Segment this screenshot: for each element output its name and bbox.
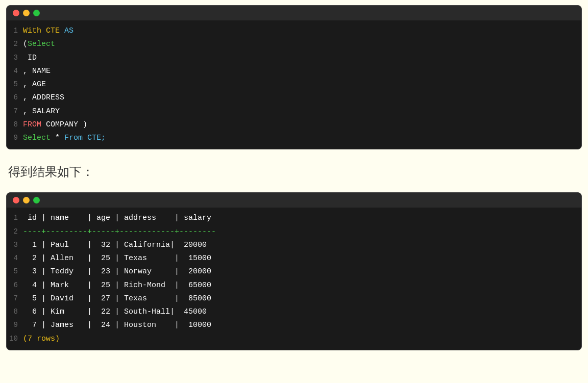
minimize-dot-2 — [23, 197, 30, 203]
result-line: 7 5 | David | 27 | Texas | 85000 — [9, 292, 579, 305]
result-line: 9 7 | James | 24 | Houston | 10000 — [9, 319, 579, 332]
code-line: 1 With CTE AS — [9, 24, 579, 38]
close-dot — [13, 10, 19, 16]
code-line: 9 Select * From CTE; — [9, 132, 579, 145]
result-line: 10 (7 rows) — [9, 333, 579, 346]
result-line: 6 4 | Mark | 25 | Rich-Mond | 65000 — [9, 279, 579, 292]
result-line: 3 1 | Paul | 32 | California| 20000 — [9, 239, 579, 252]
code-line: 8 FROM COMPANY ) — [9, 118, 579, 132]
result-block: 1 id | name | age | address | salary 2 -… — [7, 208, 581, 350]
sql-result-window: 1 id | name | age | address | salary 2 -… — [6, 192, 582, 350]
code-block-1: 1 With CTE AS 2 (Select 3 ID 4 , NAME 5 … — [7, 20, 581, 149]
code-line: 5 , AGE — [9, 78, 579, 91]
maximize-dot — [33, 10, 40, 16]
code-line: 3 ID — [9, 52, 579, 65]
close-dot-2 — [13, 197, 19, 203]
result-line: 1 id | name | age | address | salary — [9, 212, 579, 225]
result-line: 4 2 | Allen | 25 | Texas | 15000 — [9, 252, 579, 265]
maximize-dot-2 — [33, 197, 40, 203]
result-line: 2 ----+---------+-----+------------+----… — [9, 225, 579, 239]
result-line: 5 3 | Teddy | 23 | Norway | 20000 — [9, 265, 579, 278]
titlebar-1 — [7, 6, 581, 20]
code-line: 4 , NAME — [9, 65, 579, 78]
code-line: 6 , ADDRESS — [9, 91, 579, 105]
titlebar-2 — [7, 193, 581, 208]
code-line: 2 (Select — [9, 38, 579, 51]
sql-code-window: 1 With CTE AS 2 (Select 3 ID 4 , NAME 5 … — [6, 5, 582, 149]
result-line: 8 6 | Kim | 22 | South-Hall| 45000 — [9, 305, 579, 319]
code-line: 7 , SALARY — [9, 105, 579, 118]
result-heading: 得到结果如下： — [0, 155, 588, 187]
minimize-dot — [23, 10, 30, 16]
